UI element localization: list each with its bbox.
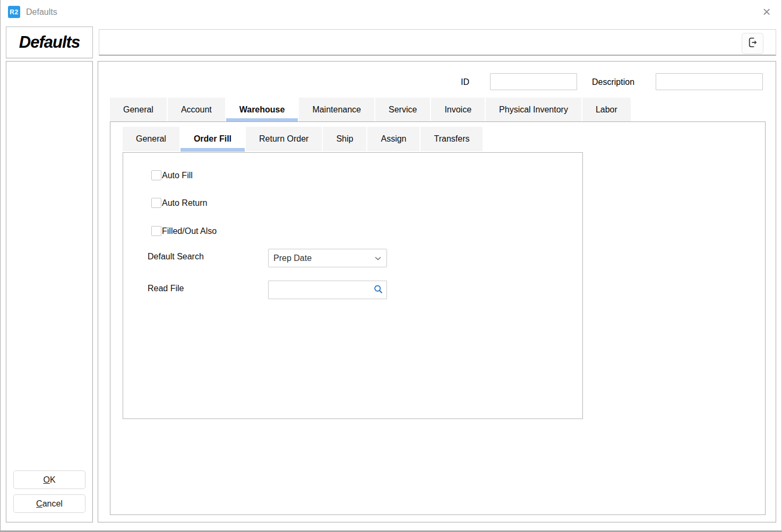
auto-return-label: Auto Return (162, 198, 207, 208)
auto-fill-label: Auto Fill (162, 171, 193, 180)
tab-invoice[interactable]: Invoice (431, 98, 485, 121)
default-search-value: Prep Date (273, 254, 312, 263)
tab-label: Warehouse (239, 105, 285, 115)
exit-icon (746, 36, 760, 51)
order-fill-group: Auto Fill Auto Return Filled/Out Also De… (123, 152, 583, 419)
tab-account[interactable]: Account (168, 98, 225, 121)
ok-button-label: OK (14, 471, 85, 489)
filled-out-also-label: Filled/Out Also (162, 226, 217, 236)
title-bar: R2 Defaults × (1, 0, 781, 24)
search-icon[interactable] (373, 284, 384, 295)
cancel-button-label: Cancel (14, 495, 85, 512)
subtab-return-order[interactable]: Return Order (246, 127, 322, 151)
description-label: Description (592, 77, 634, 87)
auto-fill-checkbox[interactable] (151, 170, 161, 180)
tab-maintenance[interactable]: Maintenance (299, 98, 374, 121)
tab-underline (181, 148, 245, 152)
defaults-dialog: R2 Defaults × Defaults OK Cancel ID (0, 0, 782, 532)
tab-general[interactable]: General (110, 98, 167, 121)
read-file-field (268, 281, 387, 299)
ok-button[interactable]: OK (13, 470, 85, 489)
tab-label: Physical Inventory (499, 105, 568, 115)
default-search-select[interactable]: Prep Date (268, 249, 387, 267)
tab-label: Invoice (444, 105, 471, 115)
tab-label: Maintenance (312, 105, 361, 115)
auto-fill-checkbox-row[interactable]: Auto Fill (151, 170, 193, 180)
tab-label: General (123, 105, 153, 115)
tab-labor[interactable]: Labor (582, 98, 631, 121)
read-file-label: Read File (148, 284, 184, 293)
description-input[interactable] (656, 73, 763, 90)
read-file-input[interactable] (268, 281, 387, 299)
page-header: Defaults (6, 27, 93, 58)
id-label: ID (461, 77, 469, 87)
subtab-transfers[interactable]: Transfers (420, 127, 483, 151)
tab-label: Transfers (434, 134, 469, 144)
subtab-order-fill[interactable]: Order Fill (181, 127, 245, 151)
tab-label: Return Order (259, 134, 308, 144)
filled-out-also-checkbox-row[interactable]: Filled/Out Also (151, 226, 217, 236)
tab-label: Assign (381, 134, 406, 144)
main-tab-bar: General Account Warehouse Maintenance Se… (110, 98, 632, 121)
subtab-general[interactable]: General (123, 127, 179, 151)
tab-label: General (136, 134, 166, 144)
exit-button[interactable] (742, 33, 763, 54)
page-title: Defaults (19, 33, 80, 52)
warehouse-tab-panel: General Order Fill Return Order Ship Ass… (110, 121, 766, 515)
sidebar: OK Cancel (6, 61, 93, 522)
tab-label: Labor (596, 105, 617, 115)
tab-label: Ship (336, 134, 353, 144)
filled-out-also-checkbox[interactable] (151, 226, 161, 236)
subtab-assign[interactable]: Assign (367, 127, 419, 151)
toolbar (99, 29, 776, 56)
tab-label: Service (389, 105, 417, 115)
tab-physical-inventory[interactable]: Physical Inventory (486, 98, 581, 121)
tab-label: Account (181, 105, 212, 115)
id-input[interactable] (490, 73, 577, 90)
cancel-button[interactable]: Cancel (13, 494, 85, 513)
chevron-down-icon (372, 252, 384, 265)
tab-label: Order Fill (194, 134, 231, 144)
tab-service[interactable]: Service (375, 98, 430, 121)
window-title: Defaults (26, 7, 57, 17)
app-logo-icon: R2 (8, 6, 20, 18)
default-search-label: Default Search (148, 252, 204, 261)
subtab-ship[interactable]: Ship (323, 127, 366, 151)
close-icon[interactable]: × (757, 2, 776, 21)
auto-return-checkbox[interactable] (151, 198, 161, 208)
sub-tab-bar: General Order Fill Return Order Ship Ass… (123, 127, 484, 151)
main-panel: ID Description General Account Warehouse… (98, 61, 776, 522)
tab-warehouse[interactable]: Warehouse (226, 98, 298, 121)
auto-return-checkbox-row[interactable]: Auto Return (151, 198, 207, 208)
